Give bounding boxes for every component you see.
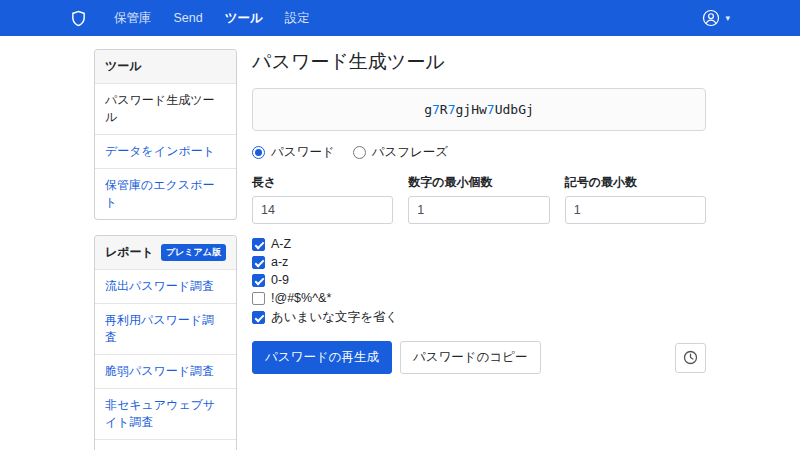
min-numbers-field-group: 数字の最小個数 [408, 174, 549, 224]
checkbox-symbols-control [252, 292, 265, 305]
content-area: ツール パスワード生成ツール データをインポート 保管庫のエクスポート レポート… [94, 36, 706, 450]
tools-card: ツール パスワード生成ツール データをインポート 保管庫のエクスポート [94, 49, 237, 220]
password-history-button[interactable] [675, 343, 706, 373]
checkbox-symbols[interactable]: !@#$%^&* [252, 291, 706, 305]
generator-type-options: パスワード パスフレーズ [252, 144, 706, 161]
charset-options: A-Z a-z 0-9 !@#$%^&* あいまいな文字を省く [252, 237, 706, 326]
min-symbols-input[interactable] [565, 196, 706, 224]
radio-password-label: パスワード [271, 144, 335, 161]
sidebar-item-import-data[interactable]: データをインポート [95, 134, 236, 168]
reports-card-title: レポート [105, 244, 154, 261]
sidebar-item-label: 再利用パスワード調査 [105, 312, 226, 346]
radio-passphrase-control [353, 146, 366, 159]
nav-item-send[interactable]: Send [163, 0, 214, 36]
tools-card-title: ツール [105, 58, 142, 75]
radio-password-control [252, 146, 265, 159]
checkbox-lowercase-control [252, 256, 265, 269]
sidebar-item-exposed-passwords-report[interactable]: 流出パスワード調査 [95, 269, 236, 303]
checkbox-lowercase[interactable]: a-z [252, 255, 706, 269]
sidebar-item-weak-passwords-report[interactable]: 脆弱パスワード調査 [95, 354, 236, 388]
action-buttons: パスワードの再生成 パスワードのコピー [252, 341, 706, 374]
clock-history-icon [683, 350, 698, 365]
min-symbols-label: 記号の最小数 [565, 174, 706, 191]
length-input[interactable] [252, 196, 393, 224]
length-field-group: 長さ [252, 174, 393, 224]
radio-passphrase[interactable]: パスフレーズ [353, 144, 448, 161]
regenerate-password-button[interactable]: パスワードの再生成 [252, 341, 392, 374]
checkbox-uppercase-control [252, 238, 265, 251]
min-numbers-label: 数字の最小個数 [408, 174, 549, 191]
sidebar-item-export-vault[interactable]: 保管庫のエクスポート [95, 168, 236, 219]
checkbox-avoid-ambiguous[interactable]: あいまいな文字を省く [252, 309, 706, 326]
copy-password-button[interactable]: パスワードのコピー [400, 341, 541, 374]
sidebar-item-unsecured-websites-report[interactable]: 非セキュアウェブサイト調査 [95, 388, 236, 439]
sidebar-item-label: 非セキュアウェブサイト調査 [105, 397, 226, 431]
account-menu-button[interactable]: ▾ [702, 9, 730, 27]
avatar-icon [702, 9, 720, 27]
reports-card: レポート プレミアム版 流出パスワード調査 再利用パスワード調査 脆弱パスワード… [94, 235, 237, 450]
sidebar-item-reused-passwords-report[interactable]: 再利用パスワード調査 [95, 303, 236, 354]
checkbox-label: 0-9 [271, 273, 289, 287]
page-title: パスワード生成ツール [252, 49, 706, 75]
radio-passphrase-label: パスフレーズ [372, 144, 448, 161]
reports-card-header: レポート プレミアム版 [95, 236, 236, 269]
sidebar-item-inactive-2fa-report[interactable]: 非アクティブ二段階認証調査 [95, 439, 236, 450]
tools-card-header: ツール [95, 50, 236, 83]
checkbox-label: a-z [271, 255, 288, 269]
checkbox-label: あいまいな文字を省く [271, 309, 398, 326]
sidebar-item-label: 脆弱パスワード調査 [105, 363, 214, 380]
sidebar-item-label: 保管庫のエクスポート [105, 177, 226, 211]
length-label: 長さ [252, 174, 393, 191]
sidebar: ツール パスワード生成ツール データをインポート 保管庫のエクスポート レポート… [94, 49, 237, 450]
number-fields: 長さ 数字の最小個数 記号の最小数 [252, 174, 706, 224]
premium-badge: プレミアム版 [161, 244, 226, 261]
sidebar-item-label: パスワード生成ツール [105, 92, 226, 126]
nav-item-settings[interactable]: 設定 [274, 0, 321, 36]
checkbox-numbers[interactable]: 0-9 [252, 273, 706, 287]
sidebar-item-label: データをインポート [105, 143, 215, 160]
chevron-down-icon: ▾ [725, 13, 730, 23]
nav-item-vault[interactable]: 保管庫 [103, 0, 163, 36]
bitwarden-shield-logo-icon[interactable] [70, 10, 87, 27]
checkbox-label: !@#$%^&* [271, 291, 331, 305]
top-navbar: 保管庫 Send ツール 設定 ▾ [0, 0, 800, 36]
nav-item-tools[interactable]: ツール [214, 0, 274, 36]
radio-password[interactable]: パスワード [252, 144, 335, 161]
generated-password: g7R7gjHw7UdbGj [252, 88, 706, 131]
min-numbers-input[interactable] [408, 196, 549, 224]
sidebar-item-label: 流出パスワード調査 [105, 278, 214, 295]
checkbox-numbers-control [252, 274, 265, 287]
min-symbols-field-group: 記号の最小数 [565, 174, 706, 224]
generator-panel: パスワード生成ツール g7R7gjHw7UdbGj パスワード パスフレーズ 長… [252, 49, 706, 374]
checkbox-avoid-ambiguous-control [252, 311, 265, 324]
checkbox-label: A-Z [271, 237, 291, 251]
sidebar-item-password-generator[interactable]: パスワード生成ツール [95, 83, 236, 134]
checkbox-uppercase[interactable]: A-Z [252, 237, 706, 251]
